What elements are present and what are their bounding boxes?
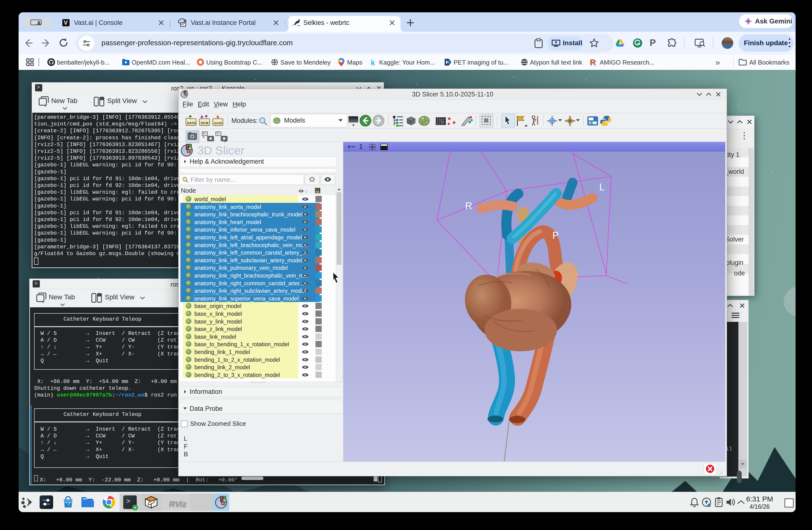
svg-text:SAVE: SAVE	[214, 121, 222, 125]
svg-text:DCM: DCM	[201, 121, 208, 125]
svg-text:R: R	[465, 200, 472, 211]
svg-text:L: L	[599, 182, 605, 192]
svg-text:DATA: DATA	[187, 121, 196, 125]
svg-text:P: P	[552, 230, 559, 240]
